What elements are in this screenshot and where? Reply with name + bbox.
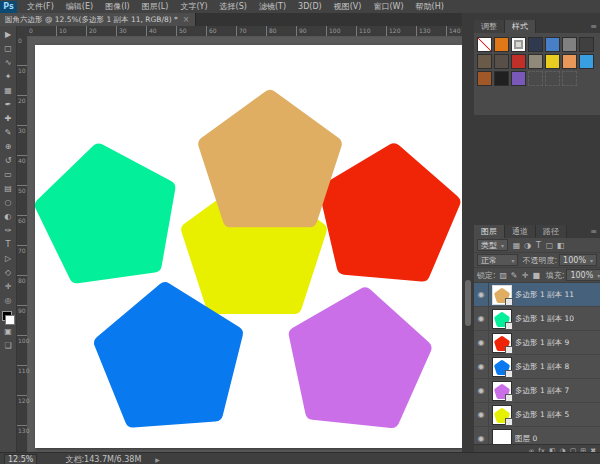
style-swatch[interactable] bbox=[528, 37, 543, 52]
filter-pixel-layers-icon[interactable]: ▦ bbox=[511, 241, 522, 250]
layer-row[interactable]: ◉多边形 1 副本 5 bbox=[474, 403, 600, 427]
layer-thumbnail[interactable] bbox=[493, 406, 511, 424]
canvas[interactable] bbox=[35, 45, 462, 448]
menu-item-4[interactable]: 文字(Y) bbox=[174, 0, 213, 13]
style-swatch[interactable] bbox=[579, 37, 594, 52]
style-swatch[interactable] bbox=[511, 54, 526, 69]
style-swatch-none[interactable] bbox=[477, 37, 492, 52]
lasso-tool[interactable]: ∿ bbox=[1, 56, 16, 70]
style-swatch[interactable] bbox=[511, 71, 526, 86]
filter-type-layers-icon[interactable]: T bbox=[533, 241, 544, 250]
layer-visibility-eye-icon[interactable]: ◉ bbox=[474, 307, 489, 330]
filter-adjustment-layers-icon[interactable]: ◑ bbox=[522, 241, 533, 250]
style-swatch[interactable] bbox=[477, 54, 492, 69]
tab-paths[interactable]: 路径 bbox=[536, 225, 567, 238]
menu-item-8[interactable]: 视图(V) bbox=[328, 0, 368, 13]
tab-channels[interactable]: 通道 bbox=[505, 225, 536, 238]
layer-row[interactable]: ◉多边形 1 副本 8 bbox=[474, 355, 600, 379]
quick-mask-button[interactable]: ▣ bbox=[1, 325, 16, 339]
menu-item-10[interactable]: 帮助(H) bbox=[410, 0, 450, 13]
style-swatch-empty[interactable] bbox=[545, 71, 560, 86]
lock-position-icon[interactable]: ✛ bbox=[520, 271, 531, 280]
rectangular-marquee-tool[interactable]: ▢ bbox=[1, 42, 16, 56]
style-swatch[interactable] bbox=[494, 37, 509, 52]
layer-thumbnail[interactable] bbox=[493, 430, 511, 445]
tab-layers[interactable]: 图层 bbox=[474, 225, 505, 238]
screen-mode-button[interactable]: ❏ bbox=[1, 339, 16, 353]
quick-selection-tool[interactable]: ✦ bbox=[1, 70, 16, 84]
layer-row[interactable]: ◉多边形 1 副本 9 bbox=[474, 331, 600, 355]
pentagon-purple[interactable] bbox=[297, 295, 424, 420]
document-tab[interactable]: 圆角六边形 @ 12.5%(多边形 1 副本 11, RGB/8) * × bbox=[0, 13, 196, 26]
history-brush-tool[interactable]: ↺ bbox=[1, 154, 16, 168]
filter-shape-layers-icon[interactable]: ▢ bbox=[544, 241, 555, 250]
pentagon-green[interactable] bbox=[43, 152, 167, 276]
lock-image-pixels-icon[interactable]: ✎ bbox=[509, 271, 520, 280]
pentagon-tan[interactable] bbox=[206, 98, 333, 219]
lock-all-icon[interactable]: ■ bbox=[531, 271, 542, 280]
pen-tool[interactable]: ✑ bbox=[1, 224, 16, 238]
eyedropper-tool[interactable]: ✒ bbox=[1, 98, 16, 112]
layer-visibility-eye-icon[interactable]: ◉ bbox=[474, 355, 489, 378]
style-swatch[interactable] bbox=[528, 54, 543, 69]
style-swatch[interactable] bbox=[545, 37, 560, 52]
healing-brush-tool[interactable]: ✚ bbox=[1, 112, 16, 126]
panel-menu-icon[interactable]: ≡ bbox=[590, 225, 600, 238]
lock-transparent-pixels-icon[interactable]: ▨ bbox=[498, 271, 509, 280]
style-swatch-empty[interactable] bbox=[562, 71, 577, 86]
path-selection-tool[interactable]: ▷ bbox=[1, 252, 16, 266]
tab-styles[interactable]: 样式 bbox=[505, 20, 536, 33]
gradient-tool[interactable]: ▤ bbox=[1, 182, 16, 196]
layer-filter-kind-select[interactable]: 类型 ▾ bbox=[477, 239, 508, 251]
blend-mode-select[interactable]: 正常 ▾ bbox=[477, 254, 518, 266]
menu-item-9[interactable]: 窗口(W) bbox=[367, 0, 409, 13]
layer-row[interactable]: ◉多边形 1 副本 11 bbox=[474, 283, 600, 307]
tab-close-icon[interactable]: × bbox=[183, 15, 190, 24]
panel-menu-icon[interactable]: ≡ bbox=[590, 20, 600, 33]
crop-tool[interactable]: ▦ bbox=[1, 84, 16, 98]
clone-stamp-tool[interactable]: ⊕ bbox=[1, 140, 16, 154]
shape-tool[interactable]: ◇ bbox=[1, 266, 16, 280]
panel-dock-scrollbar[interactable] bbox=[465, 280, 471, 326]
menu-item-5[interactable]: 选择(S) bbox=[214, 0, 253, 13]
hand-tool[interactable]: ✛ bbox=[1, 280, 16, 294]
layer-visibility-eye-icon[interactable]: ◉ bbox=[474, 331, 489, 354]
type-tool[interactable]: T bbox=[1, 238, 16, 252]
style-swatch[interactable] bbox=[562, 37, 577, 52]
blur-tool[interactable]: ○ bbox=[1, 196, 16, 210]
layer-row[interactable]: ◉多边形 1 副本 7 bbox=[474, 379, 600, 403]
status-options-arrow-icon[interactable]: ▶ bbox=[155, 456, 160, 463]
pentagon-red[interactable] bbox=[327, 151, 452, 273]
menu-item-2[interactable]: 图像(I) bbox=[99, 0, 136, 13]
layer-thumbnail[interactable] bbox=[493, 358, 511, 376]
menu-item-0[interactable]: 文件(F) bbox=[21, 0, 60, 13]
opacity-value[interactable]: 100% ▾ bbox=[559, 254, 597, 266]
background-color-swatch[interactable] bbox=[5, 315, 15, 325]
filter-smart-objects-icon[interactable]: ◧ bbox=[555, 241, 566, 250]
zoom-tool[interactable]: ◎ bbox=[1, 294, 16, 308]
layer-visibility-eye-icon[interactable]: ◉ bbox=[474, 379, 489, 402]
layer-thumbnail[interactable] bbox=[493, 382, 511, 400]
style-swatch-empty[interactable] bbox=[528, 71, 543, 86]
fill-value[interactable]: 100% ▾ bbox=[566, 269, 600, 281]
layer-thumbnail[interactable] bbox=[493, 286, 511, 304]
eraser-tool[interactable]: ▭ bbox=[1, 168, 16, 182]
layer-visibility-eye-icon[interactable]: ◉ bbox=[474, 283, 489, 306]
brush-tool[interactable]: ✎ bbox=[1, 126, 16, 140]
move-tool[interactable]: ▶ bbox=[1, 28, 16, 42]
zoom-level-field[interactable]: 12.5% bbox=[4, 454, 37, 464]
style-swatch[interactable] bbox=[511, 37, 526, 52]
style-swatch[interactable] bbox=[545, 54, 560, 69]
foreground-background-swatches[interactable] bbox=[2, 311, 15, 325]
style-swatch[interactable] bbox=[477, 71, 492, 86]
layer-thumbnail[interactable] bbox=[493, 310, 511, 328]
style-swatch[interactable] bbox=[494, 71, 509, 86]
dodge-tool[interactable]: ◐ bbox=[1, 210, 16, 224]
layer-row[interactable]: ◉图层 0 bbox=[474, 427, 600, 444]
layer-thumbnail[interactable] bbox=[493, 334, 511, 352]
layer-visibility-eye-icon[interactable]: ◉ bbox=[474, 403, 489, 426]
menu-item-6[interactable]: 滤镜(T) bbox=[253, 0, 292, 13]
menu-item-7[interactable]: 3D(D) bbox=[292, 0, 328, 13]
menu-item-3[interactable]: 图层(L) bbox=[136, 0, 175, 13]
style-swatch[interactable] bbox=[562, 54, 577, 69]
